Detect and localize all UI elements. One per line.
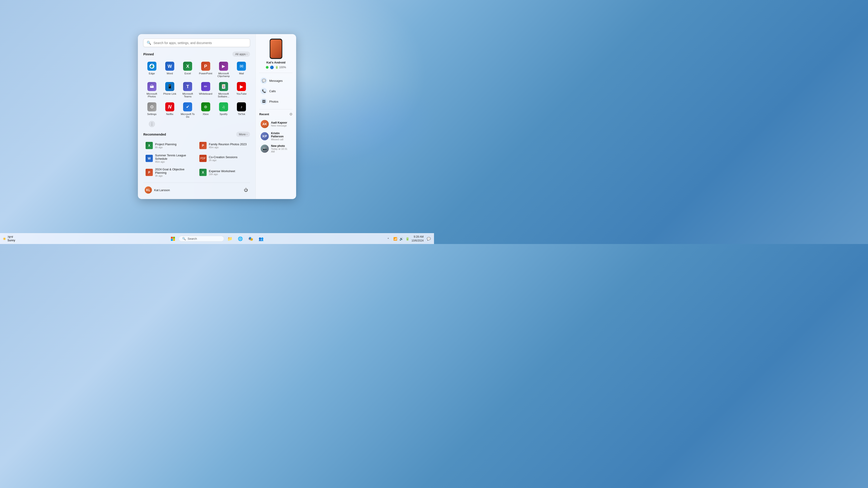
- taskbar: ☀️ 78°F Sunny 🔍 Search 📁: [0, 233, 434, 244]
- taskbar-search-bar[interactable]: 🔍 Search: [179, 236, 224, 241]
- clipchamp-label: Microsoft Clipchamp: [216, 72, 231, 77]
- app-whiteboard[interactable]: ✏ Whiteboard: [197, 80, 214, 100]
- rec-goal-icon: P: [146, 169, 153, 176]
- teams-label: Microsoft Teams: [180, 92, 195, 98]
- volume-icon[interactable]: 🔊: [399, 237, 403, 240]
- rec-project-name: Project Planning: [155, 142, 177, 146]
- start-search-box[interactable]: 🔍: [143, 39, 250, 47]
- photo-time: Today at 10:31 AM: [271, 148, 291, 153]
- rec-tennis-icon: W: [146, 155, 153, 162]
- recommended-label: Recommended: [143, 133, 166, 136]
- rec-family-photos[interactable]: P Family Reunion Photos 2023 40m ago: [197, 140, 250, 151]
- mail-icon: ✉: [237, 62, 246, 71]
- edge-label: Edge: [149, 72, 155, 75]
- app-netflix[interactable]: N Netflix: [161, 101, 178, 120]
- rec-tennis[interactable]: W Summer Tennis League Schedule 45m ago: [143, 152, 196, 165]
- start-button[interactable]: [168, 234, 178, 243]
- netflix-icon: N: [165, 102, 174, 111]
- power-button[interactable]: ⏻: [242, 186, 250, 194]
- contact-photo[interactable]: 📷 New photo Today at 10:31 AM: [259, 143, 292, 154]
- kristin-status: Missed call: [271, 138, 291, 141]
- rec-cocreation-time: 2h ago: [209, 159, 237, 162]
- taskbar-edge-button[interactable]: 🌐: [236, 234, 245, 243]
- app-phonelink[interactable]: 📱 Phone Link: [161, 80, 178, 100]
- app-word[interactable]: W Word: [161, 60, 178, 79]
- photos-action[interactable]: 🖼 Photos: [259, 96, 292, 106]
- app-solitaire[interactable]: 🃏 Microsoft Solitaire...: [215, 80, 232, 100]
- messages-action[interactable]: 💬 Messages: [259, 76, 292, 86]
- app-edge[interactable]: Edge: [143, 60, 160, 79]
- start-search-input[interactable]: [153, 41, 247, 45]
- edge-icon: [147, 62, 156, 71]
- rec-project-planning[interactable]: X Project Planning 6h ago: [143, 140, 196, 151]
- taskbar-search-label: Search: [188, 237, 197, 240]
- app-clipchamp[interactable]: ▶ Microsoft Clipchamp: [215, 60, 232, 79]
- settings-label: Settings: [147, 113, 157, 116]
- app-powerpoint[interactable]: P PowerPoint: [197, 60, 214, 79]
- photos-label: Photos: [269, 100, 278, 103]
- taskbar-teams-button[interactable]: 👥: [256, 234, 266, 243]
- app-spotify[interactable]: ♫ Spotify: [215, 101, 232, 120]
- todo-icon: ✔: [183, 102, 192, 111]
- app-tiktok[interactable]: ♪ TikTok: [233, 101, 250, 120]
- app-teams[interactable]: T Microsoft Teams: [179, 80, 196, 100]
- recommended-grid: X Project Planning 6h ago P Family Reuni…: [143, 140, 250, 179]
- recent-settings-icon[interactable]: ⚙: [289, 112, 292, 116]
- rec-cocreation[interactable]: PDF Co-Creation Sessions 2h ago: [197, 152, 250, 165]
- battery-icon: 🔋: [275, 66, 278, 69]
- rec-expense-name: Expense Worksheet: [209, 169, 235, 173]
- taskbar-left: ☀️ 78°F Sunny: [3, 236, 15, 242]
- rec-goal[interactable]: P 2024 Goal & Objective Planning 3h ago: [143, 166, 196, 179]
- kristin-name: Kristin Patterson: [271, 132, 291, 138]
- calls-label: Calls: [269, 90, 276, 93]
- tray-expand-button[interactable]: ^: [385, 236, 391, 241]
- teams-taskbar-icon: 👥: [258, 236, 264, 241]
- pinned-label: Pinned: [143, 53, 154, 56]
- messages-icon: 💬: [260, 77, 267, 84]
- system-tray: ^ 📶 🔊 🔋 9:28 AM 10/6/2024 💬: [385, 235, 431, 242]
- rec-expense[interactable]: X Expense Worksheet 16h ago: [197, 166, 250, 179]
- edge-taskbar-icon: 🌐: [238, 236, 243, 241]
- taskbar-center: 🔍 Search 📁 🌐 🎭 👥: [168, 234, 266, 243]
- contact-aadi[interactable]: AK Aadi Kapoor New message: [259, 119, 292, 129]
- app-excel[interactable]: X Excel: [179, 60, 196, 79]
- user-name: Kat Larsson: [154, 188, 170, 192]
- svg-rect-3: [171, 239, 173, 241]
- app-settings[interactable]: ⚙ Settings: [143, 101, 160, 120]
- all-apps-button[interactable]: All apps ›: [232, 52, 250, 57]
- rec-expense-icon: X: [199, 169, 207, 176]
- rec-expense-time: 16h ago: [209, 173, 235, 175]
- rec-tennis-time: 45m ago: [155, 160, 194, 163]
- calls-action[interactable]: 📞 Calls: [259, 86, 292, 96]
- tiktok-label: TikTok: [238, 113, 245, 116]
- battery-icon[interactable]: 🔋: [405, 237, 409, 240]
- more-pinned-area: ⋮: [143, 121, 160, 127]
- weather-widget[interactable]: ☀️ 78°F Sunny: [3, 236, 15, 242]
- network-icon[interactable]: 📶: [393, 237, 397, 240]
- taskbar-media-button[interactable]: 🎭: [246, 234, 255, 243]
- more-recommended-button[interactable]: More ›: [236, 132, 250, 137]
- solitaire-icon: 🃏: [219, 82, 228, 91]
- phonelink-label: Phone Link: [163, 92, 176, 95]
- app-xbox[interactable]: ⊛ Xbox: [197, 101, 214, 120]
- pinned-apps-grid: Edge W Word X Excel: [143, 60, 250, 127]
- taskbar-fileexplorer-button[interactable]: 📁: [225, 234, 235, 243]
- contact-kristin[interactable]: KP Kristin Patterson Missed call: [259, 130, 292, 142]
- phone-name: Kat's Android: [266, 61, 285, 64]
- weather-icon: ☀️: [3, 237, 6, 240]
- divider-2: [259, 109, 292, 109]
- rec-goal-time: 3h ago: [155, 174, 194, 177]
- user-profile-button[interactable]: KL Kat Larsson: [143, 186, 171, 195]
- notification-button[interactable]: 💬: [426, 236, 431, 241]
- app-todo[interactable]: ✔ Microsoft To Do: [179, 101, 196, 120]
- clock[interactable]: 9:28 AM 10/6/2024: [412, 235, 424, 242]
- phone-status: 🔵 🔋 100%: [266, 66, 286, 69]
- xbox-icon: ⊛: [201, 102, 210, 111]
- word-icon: W: [165, 62, 174, 71]
- app-mail[interactable]: ✉ Mail: [233, 60, 250, 79]
- more-pinned-button[interactable]: ⋮: [149, 121, 155, 127]
- app-photos[interactable]: 🏔 Microsoft Photos: [143, 80, 160, 100]
- app-youtube[interactable]: ▶ YouTube: [233, 80, 250, 100]
- mail-label: Mail: [239, 72, 244, 75]
- youtube-label: YouTube: [237, 92, 247, 95]
